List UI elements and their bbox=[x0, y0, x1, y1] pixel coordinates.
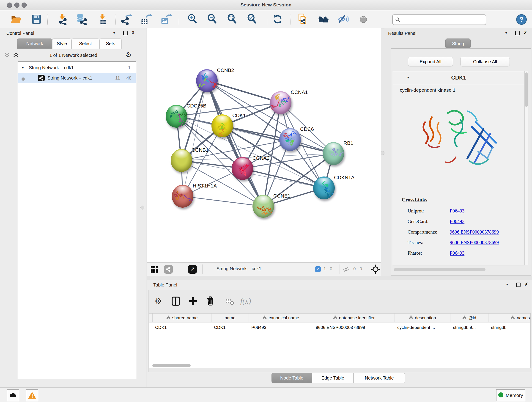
show-columns-icon[interactable] bbox=[169, 294, 182, 308]
main-toolbar: ? bbox=[0, 10, 532, 28]
search-input[interactable] bbox=[403, 17, 486, 22]
tab-select[interactable]: Select bbox=[71, 38, 99, 49]
function-builder-icon[interactable]: f(x) bbox=[239, 294, 252, 308]
tab-sets[interactable]: Sets bbox=[99, 38, 122, 49]
add-column-icon[interactable] bbox=[186, 294, 200, 308]
tab-node-table[interactable]: Node Table bbox=[272, 373, 312, 383]
import-network-from-file-icon[interactable] bbox=[56, 13, 68, 26]
table-cell[interactable]: cyclin-dependent ... bbox=[394, 323, 450, 332]
tab-style[interactable]: Style bbox=[52, 38, 71, 49]
crosslink-link[interactable]: P06493 bbox=[450, 208, 464, 214]
export-image-icon[interactable] bbox=[160, 13, 172, 26]
zoom-selected-icon[interactable] bbox=[246, 13, 258, 26]
network-node-CCNB2[interactable] bbox=[196, 69, 218, 92]
network-node-CDC25B[interactable] bbox=[166, 105, 187, 128]
export-network-icon[interactable] bbox=[120, 13, 133, 26]
results-horizontal-scrollbar[interactable] bbox=[394, 268, 486, 271]
table-settings-gear-icon[interactable]: ⚙ bbox=[152, 294, 165, 308]
search-field[interactable] bbox=[392, 14, 486, 25]
network-node-CCNA2[interactable] bbox=[232, 157, 253, 180]
control-panel-close-icon[interactable]: ✗ bbox=[131, 31, 135, 34]
hidden-items-eye-slash-icon[interactable] bbox=[343, 266, 351, 274]
help-button[interactable]: ? bbox=[516, 14, 527, 25]
results-panel-float-icon[interactable] bbox=[515, 31, 520, 35]
table-panel-menu-icon[interactable]: ▼ bbox=[506, 283, 509, 286]
network-collection-row[interactable]: ▼ String Network – cdk1 1 bbox=[18, 63, 136, 73]
expand-all-button[interactable]: Expand All bbox=[408, 57, 453, 66]
table-cell[interactable]: stringdb bbox=[488, 323, 531, 332]
table-cell[interactable]: CDK1 bbox=[152, 323, 211, 332]
crosslink-link[interactable]: P06493 bbox=[450, 219, 464, 224]
network-node-HIST1H1A[interactable] bbox=[172, 185, 193, 208]
memory-button[interactable]: Memory bbox=[496, 389, 525, 401]
network-options-gear-icon[interactable]: ⚙ bbox=[126, 51, 132, 59]
crosslink-link[interactable]: P06493 bbox=[450, 250, 464, 256]
scrollbar-thumb[interactable] bbox=[525, 72, 528, 107]
network-canvas[interactable]: CCNB2CCNA1CDC25BCDK1CDC6RB1CCNB1CCNA2CDK… bbox=[147, 28, 381, 262]
warning-button[interactable] bbox=[26, 389, 38, 401]
network-share-view-icon[interactable] bbox=[164, 265, 173, 274]
grid-view-icon[interactable] bbox=[150, 265, 158, 273]
memory-label: Memory bbox=[506, 393, 523, 398]
tab-edge-table[interactable]: Edge Table bbox=[312, 373, 354, 383]
network-node-CDKN1A[interactable] bbox=[313, 177, 335, 199]
network-node-count: 11 bbox=[115, 75, 120, 81]
crosslink-link[interactable]: 9606.ENSP00000378699 bbox=[450, 229, 499, 235]
protein-card-header[interactable]: ▼ CDK1 bbox=[393, 71, 525, 84]
collapse-all-button[interactable]: Collapse All bbox=[460, 57, 510, 66]
expand-all-icon[interactable] bbox=[13, 52, 19, 58]
table-horizontal-scrollbar[interactable] bbox=[152, 364, 191, 367]
network-node-CCNB1[interactable] bbox=[171, 149, 192, 172]
refresh-icon[interactable] bbox=[272, 13, 284, 26]
control-panel-float-icon[interactable] bbox=[123, 31, 128, 35]
table-panel-close-icon[interactable]: ✗ bbox=[524, 283, 528, 286]
crosslinks-list: Uniprot:P06493GeneCard:P06493Compartment… bbox=[408, 206, 518, 258]
network-node-CDK1[interactable] bbox=[211, 114, 233, 137]
network-node-CCNE1[interactable] bbox=[253, 195, 274, 218]
collapse-all-icon[interactable] bbox=[4, 52, 10, 58]
results-panel-title: Results Panel bbox=[388, 31, 416, 36]
node-label-HIST1H1A: HIST1H1A bbox=[193, 183, 217, 189]
crosslink-link[interactable]: 9606.ENSP00000378699 bbox=[450, 240, 499, 245]
selected-items-checkbox-icon[interactable]: ✓ bbox=[315, 266, 321, 272]
zoom-fit-icon[interactable] bbox=[226, 13, 238, 26]
clone-network-icon[interactable] bbox=[297, 13, 309, 26]
center-view-crosshair-icon[interactable] bbox=[371, 264, 380, 274]
delete-column-trash-icon[interactable] bbox=[204, 294, 217, 308]
birdseye-view-icon[interactable]: ↗ bbox=[188, 265, 197, 274]
open-session-icon[interactable] bbox=[10, 13, 22, 26]
network-row[interactable]: String Network – cdk1 11 48 bbox=[18, 73, 136, 83]
results-panel-splitter-handle[interactable] bbox=[381, 151, 385, 155]
hide-results-icon[interactable] bbox=[337, 13, 350, 26]
home-icon[interactable] bbox=[317, 13, 329, 26]
results-panel-close-icon[interactable]: ✗ bbox=[523, 31, 527, 34]
cloud-button[interactable] bbox=[7, 389, 19, 401]
control-panel-menu-icon[interactable]: ▼ bbox=[113, 31, 116, 35]
table-cell[interactable]: stringdb:9... bbox=[450, 323, 488, 332]
tab-network[interactable]: Network bbox=[17, 38, 52, 49]
delete-table-icon[interactable] bbox=[223, 294, 237, 308]
horizontal-divider[interactable] bbox=[147, 276, 532, 280]
node-table[interactable]: shared namenamecanonical namedatabase id… bbox=[149, 313, 531, 368]
control-panel-splitter-handle[interactable] bbox=[140, 206, 144, 210]
node-label-CDKN1A: CDKN1A bbox=[334, 175, 355, 181]
show-overview-icon[interactable] bbox=[357, 13, 370, 26]
import-network-from-database-icon[interactable] bbox=[75, 13, 88, 26]
table-panel-float-icon[interactable] bbox=[516, 283, 520, 287]
results-panel-menu-icon[interactable]: ▼ bbox=[505, 31, 508, 35]
import-table-from-file-icon[interactable] bbox=[96, 13, 108, 26]
zoom-out-icon[interactable] bbox=[206, 13, 218, 26]
save-session-icon[interactable] bbox=[30, 13, 43, 26]
network-node-CDC6[interactable] bbox=[279, 128, 301, 151]
zoom-in-icon[interactable] bbox=[186, 13, 199, 26]
results-vertical-scrollbar[interactable] bbox=[525, 71, 528, 265]
table-cell[interactable]: P06493 bbox=[249, 323, 313, 332]
tab-string[interactable]: String bbox=[445, 38, 471, 49]
network-node-RB1[interactable] bbox=[323, 142, 344, 165]
tab-network-table[interactable]: Network Table bbox=[354, 373, 405, 383]
export-table-icon[interactable] bbox=[140, 13, 152, 26]
network-node-CCNA1[interactable] bbox=[270, 91, 291, 114]
table-cell[interactable]: CDK1 bbox=[211, 323, 249, 332]
table-cell[interactable]: 9606.ENSP00000378699 bbox=[313, 323, 394, 332]
collection-expand-icon[interactable]: ▼ bbox=[18, 66, 24, 70]
